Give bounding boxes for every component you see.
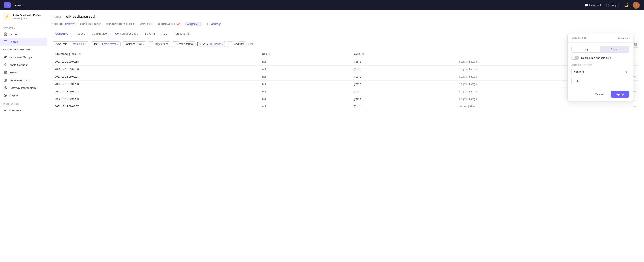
cell-actions[interactable]: ⋯ <box>630 103 639 110</box>
cell-timestamp: 2023-12-13 09:09:58 <box>52 80 259 88</box>
table-row[interactable]: 2023-12-13 09:09:58 null {"bot": e lagt … <box>52 88 639 96</box>
sidebar-item-overview[interactable]: Overview <box>0 106 47 114</box>
apply-button[interactable]: Apply <box>610 91 629 98</box>
feedback-button[interactable]: 💬 Feedback <box>584 4 602 7</box>
sidebar-item-label: Topics <box>9 40 18 44</box>
cell-timestamp: 2023-12-13 09:09:58 <box>52 66 259 73</box>
table-row[interactable]: 2023-12-13 09:09:58 null {"bot": e lagt … <box>52 96 639 103</box>
search-specific-toggle[interactable] <box>572 56 579 60</box>
tag-close-button[interactable]: × <box>198 22 200 26</box>
svg-point-15 <box>5 95 6 96</box>
tab-schema[interactable]: Schema <box>141 30 158 37</box>
cell-value: {"bot": <box>351 96 456 103</box>
cell-value: {"bot": <box>351 58 456 66</box>
sidebar-item-topics[interactable]: Topics <box>0 38 47 46</box>
cell-timestamp: 2023-12-13 09:09:58 <box>52 88 259 96</box>
tab-acl[interactable]: ACL <box>158 30 170 37</box>
active-filter-label: Value <box>202 42 209 46</box>
cell-value: {"bot": <box>351 88 456 96</box>
sidebar-item-ksqldb[interactable]: ksqlDB <box>0 92 47 99</box>
records-value: 4722075 <box>64 22 76 26</box>
tab-partitions[interactable]: Partitions 2 <box>170 30 193 37</box>
col-timestamp[interactable]: Timestamp (Local) ⇅ <box>52 50 259 58</box>
sidebar-item-consumer-groups[interactable]: Consumer Groups <box>0 53 47 61</box>
value-tab-button[interactable]: Value <box>600 46 629 52</box>
sidebar-item-label: Home <box>9 32 17 36</box>
ksqldb-icon <box>4 94 7 97</box>
condition-select[interactable]: contains equals not equals starts with e… <box>572 68 629 76</box>
tab-configuration[interactable]: Configuration <box>88 30 112 37</box>
theme-toggle-button[interactable]: 🌙 <box>624 3 629 7</box>
plus-icon: + <box>229 42 231 46</box>
svg-rect-1 <box>4 42 6 42</box>
cell-key: null <box>259 58 351 66</box>
sidebar-item-home[interactable]: 🏠 Home <box>0 30 47 38</box>
add-tags-button[interactable]: + + add tags <box>207 22 221 26</box>
sort-icon: ⇅ <box>268 53 270 56</box>
sidebar-item-brokers[interactable]: Brokers <box>0 68 47 76</box>
min-isr-meta: < MIN ISR 1 <box>139 22 153 26</box>
cell-key: null <box>259 88 351 96</box>
sidebar-item-gateway-interceptors[interactable]: Gateway Interceptors <box>0 84 47 92</box>
avatar[interactable]: J <box>633 2 640 8</box>
table-row[interactable]: 2023-12-13 09:09:57 null {"bot": s bilde… <box>52 103 639 110</box>
condition-input[interactable] <box>572 78 629 85</box>
svg-point-9 <box>6 73 6 73</box>
cell-value: {"bot": <box>351 80 456 88</box>
filter-bar: Show From | Latest hour ▾ Limit | Latest… <box>52 41 639 48</box>
limit-value: Latest offset <box>102 42 116 46</box>
tab-consumer-groups[interactable]: Consumer Groups <box>112 30 141 37</box>
col-value[interactable]: Value ⇅ <box>351 50 456 58</box>
table-row[interactable]: 2023-12-13 09:09:58 null {"bot": e lagt … <box>52 58 639 66</box>
cell-timestamp: 2023-12-13 09:09:57 <box>52 103 259 110</box>
sidebar-item-service-accounts[interactable]: Service Accounts <box>0 76 47 84</box>
data-table: Timestamp (Local) ⇅ Key ⇅ Value ⇅ <box>52 50 639 110</box>
key-format-button[interactable]: + + Key format <box>148 41 170 47</box>
cell-key: null <box>259 103 351 110</box>
cluster-selector[interactable]: ⚡ Julien's cloud - Kafka shadow-julien <box>0 10 47 23</box>
tag-chip: wikipedia × <box>185 22 202 26</box>
key-tab-button[interactable]: Key <box>572 46 600 52</box>
partitions-filter[interactable]: Partitions | all ▾ <box>122 41 146 47</box>
home-icon: 🏠 <box>4 32 7 36</box>
popup-header: ADD FILTER Advanced <box>568 34 633 42</box>
svg-point-4 <box>6 56 6 57</box>
value-format-button[interactable]: + + Value format <box>172 41 196 47</box>
sidebar-item-schema-registry[interactable]: </> Schema Registry <box>0 46 47 53</box>
cluster-icon: ⚡ <box>4 13 10 20</box>
topics-icon <box>4 40 7 44</box>
breadcrumb: Topics › wikipedia.parsed <box>52 14 639 19</box>
active-value-filter[interactable]: × Value ⊇ "John" ▾ <box>198 41 225 47</box>
table-row[interactable]: 2023-12-13 09:09:58 null {"bot": e lagt … <box>52 66 639 73</box>
sidebar-item-kafka-connect[interactable]: Kafka Connect <box>0 61 47 68</box>
brokers-icon <box>4 70 7 74</box>
advanced-button[interactable]: Advanced <box>618 37 629 40</box>
limit-filter[interactable]: Limit | Latest offset ▾ <box>90 41 121 47</box>
settings-icon: ▤ <box>634 42 637 46</box>
breadcrumb-parent[interactable]: Topics <box>52 15 61 18</box>
tab-produce[interactable]: Produce <box>71 30 88 37</box>
replication-value: 2 <box>133 22 134 26</box>
partitions-filter-label: Partitions <box>124 42 135 46</box>
cell-value: {"bot": <box>351 73 456 80</box>
active-filter-op: ⊇ <box>210 42 212 46</box>
support-button[interactable]: 🎧 Support <box>606 4 620 7</box>
filter-remove-button[interactable]: × <box>200 42 202 46</box>
more-icon[interactable]: ⋯ <box>633 52 636 56</box>
replication-meta: REPLICATION FACTOR 2 <box>106 22 134 26</box>
tabs: Consume Produce Configuration Consumer G… <box>52 30 639 37</box>
sidebar-item-label: Brokers <box>9 71 19 74</box>
layout: ⚡ Julien's cloud - Kafka shadow-julien C… <box>0 10 644 262</box>
kv-toggle: Key Value <box>572 46 629 52</box>
show-from-filter[interactable]: Show From | Latest hour ▾ <box>52 41 89 47</box>
cancel-button[interactable]: Cancel <box>590 91 608 98</box>
compacted-value: NO <box>176 22 180 26</box>
table-row[interactable]: 2023-12-13 09:09:58 null {"bot": e lagt … <box>52 73 639 80</box>
col-key[interactable]: Key ⇅ <box>259 50 351 58</box>
tab-consume[interactable]: Consume <box>52 30 71 37</box>
plus-icon: + <box>207 22 208 26</box>
add-filter-button[interactable]: + + Add filter <box>227 41 246 47</box>
clear-filters-button[interactable]: Clear <box>248 42 254 46</box>
table-row[interactable]: 2023-12-13 09:09:58 null {"bot": e lagt … <box>52 80 639 88</box>
compacted-meta: IS COMPACTED NO <box>158 22 180 26</box>
